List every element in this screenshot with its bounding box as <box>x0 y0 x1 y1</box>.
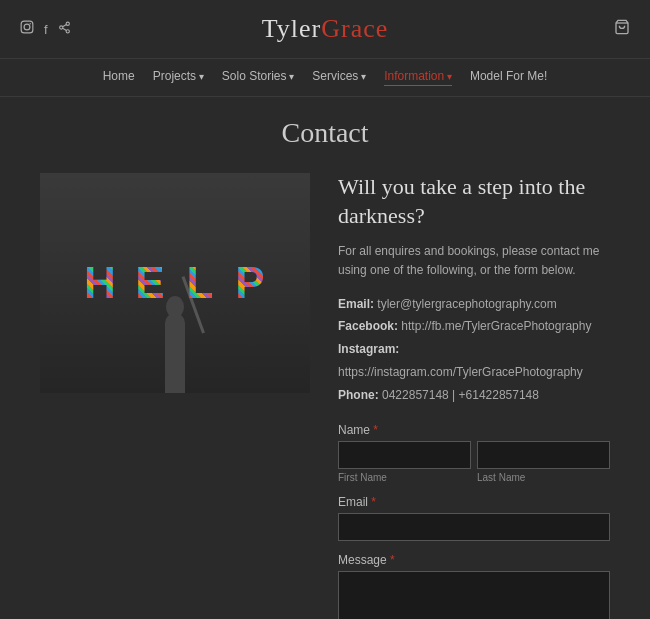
help-letters: H E L P <box>79 257 271 309</box>
contact-heading: Will you take a step into the darkness? <box>338 173 610 230</box>
letter-e: E <box>129 257 171 309</box>
site-title-part2: Grace <box>321 14 388 43</box>
message-label: Message * <box>338 553 610 567</box>
contact-image-col: H E L P <box>40 173 310 393</box>
email-field-label: Email * <box>338 495 610 509</box>
contact-form: Name * First Name Last Name <box>338 423 610 619</box>
svg-point-3 <box>66 22 69 25</box>
email-input[interactable] <box>338 513 610 541</box>
letter-l: L <box>179 257 221 309</box>
name-field-group: Name * First Name Last Name <box>338 423 610 483</box>
svg-point-5 <box>66 29 69 32</box>
instagram-icon[interactable] <box>20 20 34 38</box>
name-fields-row: First Name Last Name <box>338 441 610 483</box>
cart-icon[interactable] <box>614 19 630 39</box>
contact-intro: For all enquires and bookings, please co… <box>338 242 610 280</box>
first-name-sublabel: First Name <box>338 472 471 483</box>
site-title: TylerGrace <box>262 14 389 44</box>
first-name-wrap: First Name <box>338 441 471 483</box>
contact-phone-row: Phone: 0422857148 | +61422857148 <box>338 384 610 407</box>
email-field-group: Email * <box>338 495 610 541</box>
letter-p: P <box>229 257 271 309</box>
share-icon[interactable] <box>58 21 71 38</box>
site-title-part1: Tyler <box>262 14 322 43</box>
message-field-group: Message * <box>338 553 610 619</box>
svg-rect-0 <box>21 21 33 33</box>
nav-projects[interactable]: Projects <box>153 69 204 86</box>
email-label: Email: <box>338 297 374 311</box>
nav-information[interactable]: Information <box>384 69 452 86</box>
message-textarea[interactable] <box>338 571 610 619</box>
main-nav: Home Projects Solo Stories Services Info… <box>0 59 650 97</box>
instagram-label: Instagram: <box>338 342 399 356</box>
nav-solo-stories[interactable]: Solo Stories <box>222 69 294 86</box>
svg-line-7 <box>62 24 66 26</box>
nav-services[interactable]: Services <box>312 69 366 86</box>
phone-label: Phone: <box>338 388 379 402</box>
letter-h: H <box>79 257 121 309</box>
content-columns: H E L P Will you take a step into the da… <box>40 173 610 619</box>
contact-email-row: Email: tyler@tylergracephotography.com <box>338 293 610 316</box>
phone-value: 0422857148 | +61422857148 <box>382 388 539 402</box>
site-header: f TylerGrace <box>0 0 650 59</box>
svg-line-6 <box>62 28 66 30</box>
contact-instagram-row: Instagram: https://instagram.com/TylerGr… <box>338 338 610 384</box>
email-value: tyler@tylergracephotography.com <box>377 297 556 311</box>
facebook-value: http://fb.me/TylerGracePhotography <box>401 319 591 333</box>
page-title: Contact <box>40 117 610 149</box>
name-label: Name * <box>338 423 610 437</box>
contact-info-col: Will you take a step into the darkness? … <box>338 173 610 619</box>
first-name-input[interactable] <box>338 441 471 469</box>
svg-point-4 <box>59 25 62 28</box>
svg-point-1 <box>24 24 30 30</box>
nav-home[interactable]: Home <box>103 69 135 86</box>
header-social-icons: f <box>20 20 71 38</box>
page-content: Contact H E L P <box>0 97 650 619</box>
last-name-input[interactable] <box>477 441 610 469</box>
nav-model-for-me[interactable]: Model For Me! <box>470 69 547 86</box>
last-name-wrap: Last Name <box>477 441 610 483</box>
contact-facebook-row: Facebook: http://fb.me/TylerGracePhotogr… <box>338 315 610 338</box>
facebook-label: Facebook: <box>338 319 398 333</box>
facebook-icon[interactable]: f <box>44 22 48 37</box>
instagram-value: https://instagram.com/TylerGracePhotogra… <box>338 365 583 379</box>
last-name-sublabel: Last Name <box>477 472 610 483</box>
svg-point-2 <box>30 23 31 24</box>
contact-image: H E L P <box>40 173 310 393</box>
contact-details: Email: tyler@tylergracephotography.com F… <box>338 293 610 407</box>
